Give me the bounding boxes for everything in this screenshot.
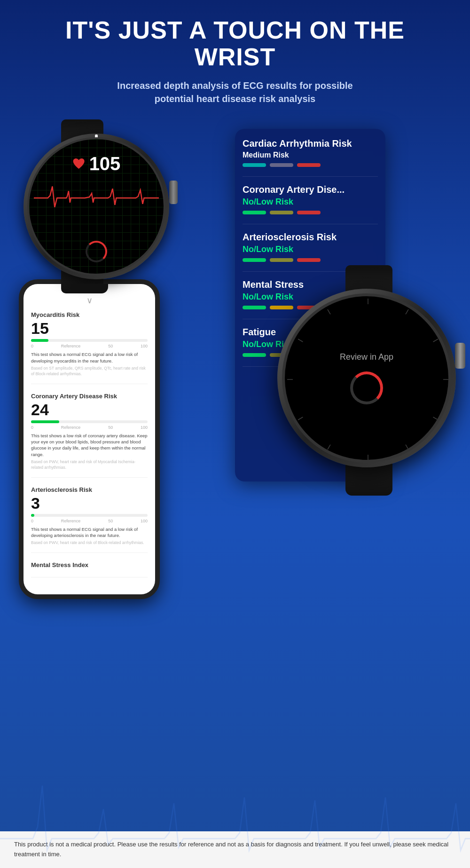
arteriosclerosis-risk: Arteriosclerosis Risk No/Low Risk [243,232,378,262]
watch-review-text: Review in App [340,352,393,362]
indicator-olive-1 [270,211,293,214]
card-desc-arteriosclerosis: This test shows a normal ECG signal and … [31,526,148,539]
progress-labels-myocarditis: 0 Reference 50 100 [31,344,148,348]
progress-labels-arteriosclerosis: 0 Reference 50 100 [31,519,148,523]
card-title-coronary: Coronary Artery Disease Risk [31,393,148,400]
card-value-coronary: 24 [31,402,148,418]
card-desc-coronary: This test shows a low risk of coronary a… [31,433,148,458]
progress-bar-arteriosclerosis [31,514,148,517]
loading-indicator [86,241,107,262]
phone-chevron: ∨ [31,295,148,306]
card-value-myocarditis: 15 [31,320,148,336]
devices-section: 105 [0,115,470,641]
card-desc-myocarditis: This test shows a normal ECG signal and … [31,351,148,364]
card-title-arteriosclerosis: Arteriosclerosis Risk [31,486,148,493]
heart-icon [72,158,86,170]
background-ecg [0,750,470,868]
coronary-artery-risk: Coronary Artery Dise... No/Low Risk [243,184,378,214]
risk-title-coronary: Coronary Artery Dise... [243,184,378,195]
risk-title-arterio: Arteriosclerosis Risk [243,232,378,243]
watch-review-section: Review in App [340,352,393,404]
divider-2 [243,224,378,224]
card-title-myocarditis: Myocarditis Risk [31,311,148,318]
subtitle: Increased depth analysis of ECG results … [103,79,367,105]
risk-title-cardiac: Cardiac Arrhythmia Risk [243,138,378,149]
indicator-green-4 [243,353,266,357]
indicator-green-1 [243,211,266,214]
divider-1 [243,176,378,177]
progress-bar-coronary [31,420,148,423]
watch-crown-right [455,343,465,369]
coronary-card: Coronary Artery Disease Risk 24 0 Refere… [31,393,148,478]
cardiac-arrhythmia-risk: Cardiac Arrhythmia Risk Medium Risk [243,138,378,167]
indicator-red [297,163,321,167]
myocarditis-card: Myocarditis Risk 15 0 Reference 50 100 [31,311,148,384]
card-note-arteriosclerosis: Based on PWV, heart rate and risk of Blo… [31,540,148,546]
phone: ∨ Myocarditis Risk 15 0 Reference 5 [19,279,169,618]
main-title: IT'S JUST A TOUCH ON THE WRIST [28,17,442,71]
header-section: IT'S JUST A TOUCH ON THE WRIST Increased… [0,0,470,115]
page: IT'S JUST A TOUCH ON THE WRIST Increased… [0,0,470,868]
phone-screen: ∨ Myocarditis Risk 15 0 Reference 5 [24,284,155,594]
card-note-coronary: Based on PWV, heart rate and risk of Myo… [31,459,148,471]
indicator-red-1 [297,211,321,214]
progress-labels-coronary: 0 Reference 50 100 [31,425,148,430]
arteriosclerosis-card: Arteriosclerosis Risk 3 0 Reference 50 1… [31,486,148,553]
indicator-teal [243,163,266,167]
app-watch: Review in App [273,260,470,505]
left-devices: 105 [0,119,216,637]
risk-level-cardiac: Medium Risk [243,151,378,159]
mental-stress-card-partial: Mental Stress Index [31,561,148,577]
card-value-arteriosclerosis: 3 [31,495,148,511]
indicator-gray [270,163,293,167]
heart-rate-value: 105 [89,153,121,174]
card-title-mental: Mental Stress Index [31,561,148,568]
progress-fill-coronary [31,420,59,423]
right-devices: Cardiac Arrhythmia Risk Medium Risk Coro… [226,119,470,637]
watch-loading-circle [350,371,383,404]
ecg-watch: 105 [14,119,183,298]
indicator-green-2 [243,258,266,262]
progress-bar-myocarditis [31,339,148,342]
progress-fill-arteriosclerosis [31,514,34,517]
risk-level-coronary: No/Low Risk [243,197,378,207]
ecg-waveform [34,177,159,219]
risk-indicators-coronary [243,211,378,214]
progress-fill-myocarditis [31,339,48,342]
card-note-myocarditis: Based on ST amplitude, QRS amplitude, QT… [31,366,148,377]
phone-notch [70,284,108,293]
risk-level-arterio: No/Low Risk [243,245,378,254]
risk-indicators-cardiac [243,163,378,167]
indicator-green-3 [243,306,266,309]
